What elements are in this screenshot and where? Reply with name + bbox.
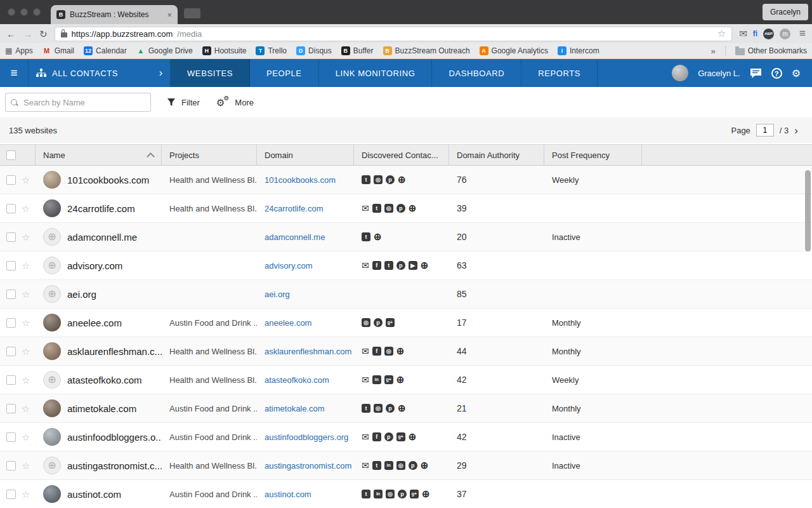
bookmark-buffer[interactable]: BBuffer [341,46,374,55]
website-name[interactable]: aei.org [67,289,96,300]
nav-tab-websites[interactable]: WEBSITES [171,59,250,87]
bookmark-google-drive[interactable]: ▲Google Drive [136,46,193,55]
instagram-icon[interactable]: ◎ [384,204,393,213]
row-checkbox[interactable] [6,404,16,413]
email-icon[interactable]: ✉ [362,375,369,384]
user-avatar[interactable] [672,65,688,81]
all-contacts-selector[interactable]: ALL CONTACTS › [29,59,171,87]
googleplus-icon[interactable]: g+ [384,375,393,384]
website-name[interactable]: austinot.com [67,489,121,500]
email-icon[interactable]: ✉ [362,461,369,470]
twitter-icon[interactable]: t [372,204,381,213]
header-domain[interactable]: Domain [257,145,354,165]
help-icon[interactable]: ? [771,68,782,79]
scrollbar-thumb[interactable] [805,170,811,251]
row-checkbox[interactable] [6,204,16,213]
star-icon[interactable]: ☆ [22,290,30,299]
domain-link[interactable]: advisory.com [265,261,313,271]
linkedin-icon[interactable]: in [374,490,383,498]
star-icon[interactable]: ☆ [22,261,30,271]
twitter-icon[interactable]: t [362,490,370,498]
globe-icon[interactable]: ⊕ [398,404,406,413]
instagram-icon[interactable]: ◎ [362,318,370,327]
fi-extension-icon[interactable]: fi [753,29,757,38]
star-icon[interactable]: ☆ [22,318,30,328]
pinterest-icon[interactable]: p [384,432,393,441]
reload-icon[interactable]: ↻ [39,29,48,39]
table-row[interactable]: ☆24carrotlife.comHealth and Wellness Bl.… [0,194,812,223]
domain-link[interactable]: 24carrotlife.com [265,204,323,213]
bookmark-gmail[interactable]: MGmail [43,46,74,55]
website-name[interactable]: 24carrotlife.com [67,203,135,214]
header-post-frequency[interactable]: Post Frequency [544,145,642,165]
star-icon[interactable]: ☆ [22,347,30,356]
googleplus-icon[interactable]: g+ [386,318,395,327]
table-row[interactable]: ☆asklaurenfleshman.c...Health and Wellne… [0,337,812,366]
adblock-extension-icon[interactable]: ABP [763,29,774,39]
instagram-icon[interactable]: ◎ [396,461,405,470]
nav-tab-link-monitoring[interactable]: LINK MONITORING [319,59,433,87]
website-name[interactable]: 101cookbooks.com [67,175,149,185]
bookmark-star-icon[interactable]: ☆ [717,28,726,39]
globe-icon[interactable]: ⊕ [374,232,382,241]
pinterest-icon[interactable]: p [386,175,395,184]
twitter-icon[interactable]: t [384,261,393,270]
pinterest-icon[interactable]: p [386,404,395,413]
bookmark-disqus[interactable]: DDisqus [296,46,332,55]
header-domain-authority[interactable]: Domain Authority [449,145,544,165]
header-discovered-contacts[interactable]: Discovered Contac... [354,145,449,165]
instagram-icon[interactable]: ◎ [374,175,383,184]
globe-icon[interactable]: ⊕ [421,261,429,270]
tab-close-icon[interactable]: × [167,10,172,20]
table-row[interactable]: ☆aneelee.comAustin Food and Drink ...ane… [0,309,812,337]
back-icon[interactable]: ← [6,29,16,39]
globe-icon[interactable]: ⊕ [422,490,430,498]
star-icon[interactable]: ☆ [22,490,30,499]
pinterest-icon[interactable]: p [409,461,417,470]
gray-extension-icon[interactable]: m [780,29,790,39]
domain-link[interactable]: asklaurenfleshman.com [265,347,351,356]
bookmarks-overflow-icon[interactable]: » [710,46,715,56]
new-tab-button[interactable] [184,8,200,18]
window-minimize-button[interactable] [20,8,28,16]
star-icon[interactable]: ☆ [22,204,30,213]
row-checkbox[interactable] [6,490,16,499]
chrome-profile-chip[interactable]: Gracelyn [763,4,808,20]
youtube-icon[interactable]: ▶ [409,261,417,270]
twitter-icon[interactable]: t [362,175,370,184]
mail-extension-icon[interactable]: ✉ [739,28,747,39]
pinterest-icon[interactable]: p [374,318,383,327]
nav-hamburger-icon[interactable]: ≡ [0,59,29,87]
header-name[interactable]: Name [36,145,162,165]
star-icon[interactable]: ☆ [22,232,30,242]
bookmark-apps[interactable]: ▦ Apps [5,46,33,55]
nav-tab-reports[interactable]: REPORTS [521,59,598,87]
pinterest-icon[interactable]: p [396,204,405,213]
globe-icon[interactable]: ⊕ [396,375,405,384]
bookmark-intercom[interactable]: IIntercom [558,46,599,55]
bookmark-hootsuite[interactable]: HHootsuite [202,46,247,55]
website-name[interactable]: austingastronomist.c... [67,460,162,471]
globe-icon[interactable]: ⊕ [409,204,417,213]
row-checkbox[interactable] [6,290,16,299]
browser-tab[interactable]: B BuzzStream : Websites × [51,5,178,24]
search-input[interactable] [22,97,145,108]
header-projects[interactable]: Projects [162,145,257,165]
window-zoom-button[interactable] [33,8,41,16]
window-close-button[interactable] [8,8,15,16]
domain-link[interactable]: aei.org [265,290,290,299]
select-all-checkbox[interactable] [6,150,16,160]
website-name[interactable]: aneelee.com [67,318,122,328]
domain-link[interactable]: 101cookbooks.com [265,175,336,185]
domain-link[interactable]: atasteofkoko.com [265,375,329,385]
twitter-icon[interactable]: t [362,232,370,241]
chrome-menu-icon[interactable]: ≡ [799,27,806,40]
star-icon[interactable]: ☆ [22,175,30,185]
website-name[interactable]: advisory.com [67,260,122,271]
row-checkbox[interactable] [6,461,16,471]
more-button[interactable]: ⚙ More [216,98,254,107]
instagram-icon[interactable]: ◎ [384,347,393,356]
pinterest-icon[interactable]: p [398,490,407,498]
nav-tab-people[interactable]: PEOPLE [250,59,319,87]
linkedin-icon[interactable]: in [384,461,393,470]
